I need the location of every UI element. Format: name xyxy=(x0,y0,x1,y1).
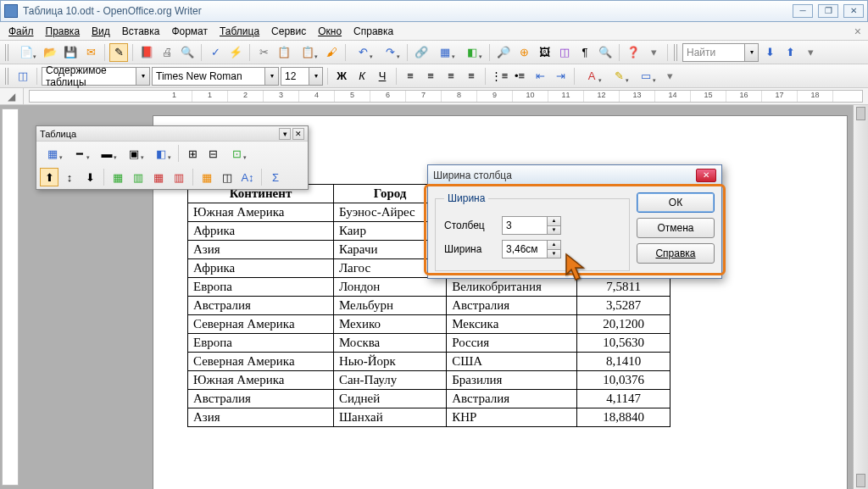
numbered-list-button[interactable]: ⋮≡ xyxy=(490,67,509,86)
align-top-button[interactable]: ⬆ xyxy=(40,168,58,186)
increase-indent-button[interactable]: ⇥ xyxy=(551,67,570,86)
table-cell[interactable]: Африка xyxy=(188,259,334,278)
merge-cells-button[interactable]: ⊞ xyxy=(183,144,202,163)
toolbar-overflow[interactable]: ▾ xyxy=(801,43,820,62)
cut-button[interactable]: ✂ xyxy=(254,43,273,62)
toolbar-dropdown-icon[interactable]: ▾ xyxy=(279,128,291,140)
align-justify-button[interactable]: ≡ xyxy=(462,67,481,86)
table-cell[interactable]: США xyxy=(447,353,577,371)
undo-button[interactable]: ↶ xyxy=(350,43,376,62)
dialog-title-bar[interactable]: Ширина столбца ✕ xyxy=(428,165,721,186)
spin-down-icon[interactable]: ▼ xyxy=(547,250,560,258)
insert-col-button[interactable]: ▥ xyxy=(129,168,147,186)
gallery-button[interactable]: 🖼 xyxy=(535,43,554,62)
paragraph-style-combo[interactable]: Содержимое таблицы▾ xyxy=(42,67,150,86)
find-combo[interactable]: Найти ▾ xyxy=(682,43,759,62)
table-cell[interactable]: Мексика xyxy=(447,315,577,334)
menu-window[interactable]: Окно xyxy=(313,24,347,39)
autospell-button[interactable]: ⚡ xyxy=(226,43,245,62)
align-middle-button[interactable]: ↕ xyxy=(60,168,79,186)
menu-help[interactable]: Справка xyxy=(348,24,398,39)
menu-tools[interactable]: Сервис xyxy=(266,24,311,39)
borders-button[interactable]: ▣ xyxy=(121,144,147,163)
table-cell[interactable]: 20,1200 xyxy=(577,315,670,334)
insert-row-button[interactable]: ▦ xyxy=(108,168,127,186)
split-cells-button[interactable]: ⊟ xyxy=(203,144,222,163)
delete-row-button[interactable]: ▦ xyxy=(149,168,168,186)
table-floating-toolbar[interactable]: Таблица ▾ ✕ ▦ ━ ▬ ▣ ◧ ⊞ ⊟ ⊡ ⬆ ↕ ⬇ ▦ ▥ ▦ … xyxy=(36,125,309,190)
table-cell[interactable]: 3,5287 xyxy=(577,297,670,315)
decrease-indent-button[interactable]: ⇤ xyxy=(531,67,549,86)
width-spinbox[interactable]: 3,46см ▲▼ xyxy=(502,240,561,258)
menu-format[interactable]: Формат xyxy=(166,24,213,39)
minimize-button[interactable]: ─ xyxy=(793,4,813,18)
menu-insert[interactable]: Вставка xyxy=(117,24,165,39)
table-cell[interactable]: Бразилия xyxy=(447,371,577,390)
table-row[interactable]: АвстралияСиднейАвстралия4,1147 xyxy=(188,390,670,408)
redo-button[interactable]: ↷ xyxy=(377,43,403,62)
whats-this-button[interactable]: ▾ xyxy=(644,43,663,62)
save-button[interactable]: 💾 xyxy=(61,43,80,62)
data-sources-button[interactable]: ◫ xyxy=(555,43,574,62)
table-cell[interactable]: Нью-Йорк xyxy=(333,353,446,371)
align-right-button[interactable]: ≡ xyxy=(442,67,460,86)
spin-up-icon[interactable]: ▲ xyxy=(547,217,560,226)
italic-button[interactable]: К xyxy=(353,67,371,86)
toolbar-grip[interactable] xyxy=(5,44,10,61)
table-row[interactable]: АзияШанхайКНР18,8840 xyxy=(188,408,670,427)
table-cell[interactable]: Сидней xyxy=(333,390,446,408)
align-left-button[interactable]: ≡ xyxy=(401,67,420,86)
table-cell[interactable]: 10,0376 xyxy=(577,371,670,390)
close-button[interactable]: ✕ xyxy=(843,4,864,18)
optimize-button[interactable]: ⊡ xyxy=(224,144,249,163)
document-close-icon[interactable]: × xyxy=(854,25,865,38)
table-row[interactable]: Южная АмерикаСан-ПаулуБразилия10,0376 xyxy=(188,371,670,390)
copy-button[interactable]: 📋 xyxy=(275,43,293,62)
find-replace-button[interactable]: 🔎 xyxy=(494,43,513,62)
table-row[interactable]: Северная АмерикаМехикоМексика20,1200 xyxy=(188,315,670,334)
table-row[interactable]: ЕвропаЛондонВеликобритания7,5811 xyxy=(188,278,670,297)
spellcheck-button[interactable]: ✓ xyxy=(206,43,225,62)
nonprinting-button[interactable]: ¶ xyxy=(576,43,594,62)
table-cell[interactable]: Шанхай xyxy=(333,408,446,427)
table-cell[interactable]: Европа xyxy=(188,334,334,353)
table-cell[interactable]: Москва xyxy=(333,334,446,353)
paste-button[interactable]: 📋 xyxy=(295,43,320,62)
spin-down-icon[interactable]: ▼ xyxy=(547,226,560,235)
table-cell[interactable]: Австралия xyxy=(188,390,334,408)
align-bottom-button[interactable]: ⬇ xyxy=(81,168,99,186)
menu-table[interactable]: Таблица xyxy=(214,24,264,39)
sort-button[interactable]: A↕ xyxy=(238,168,257,186)
table-cell[interactable]: Южная Америка xyxy=(188,203,334,222)
menu-view[interactable]: Вид xyxy=(86,24,115,39)
bullet-list-button[interactable]: •≡ xyxy=(510,67,529,86)
navigator-button[interactable]: ⊕ xyxy=(515,43,533,62)
table-cell[interactable]: Мехико xyxy=(333,315,446,334)
open-button[interactable]: 📂 xyxy=(41,43,59,62)
bold-button[interactable]: Ж xyxy=(332,67,351,86)
find-next-button[interactable]: ⬇ xyxy=(760,43,779,62)
toolbar-overflow[interactable]: ▾ xyxy=(660,67,679,86)
column-spinbox[interactable]: 3 ▲▼ xyxy=(502,216,561,235)
menu-edit[interactable]: Правка xyxy=(41,24,86,39)
table-cell[interactable]: 4,1147 xyxy=(577,390,670,408)
table-cell[interactable]: Австралия xyxy=(447,297,577,315)
table-cell[interactable]: Великобритания xyxy=(447,278,577,297)
format-paintbrush-button[interactable]: 🖌 xyxy=(322,43,341,62)
table-cell[interactable]: 7,5811 xyxy=(577,278,670,297)
spin-up-icon[interactable]: ▲ xyxy=(547,241,560,250)
maximize-button[interactable]: ❐ xyxy=(818,4,838,18)
autoformat-button[interactable]: ▦ xyxy=(198,168,216,186)
table-cell[interactable]: КНР xyxy=(447,408,577,427)
toolbar-grip[interactable] xyxy=(5,68,10,85)
delete-col-button[interactable]: ▥ xyxy=(170,168,188,186)
line-style-button[interactable]: ━ xyxy=(67,144,92,163)
table-cell[interactable]: Северная Америка xyxy=(188,353,334,371)
sum-button[interactable]: Σ xyxy=(266,168,285,186)
styles-button[interactable]: ◫ xyxy=(14,67,32,86)
table-cell[interactable]: Северная Америка xyxy=(188,315,334,334)
vertical-ruler[interactable] xyxy=(2,108,19,486)
table-cell[interactable]: 8,1410 xyxy=(577,353,670,371)
toolbar-close-icon[interactable]: ✕ xyxy=(292,128,304,140)
find-prev-button[interactable]: ⬆ xyxy=(781,43,799,62)
